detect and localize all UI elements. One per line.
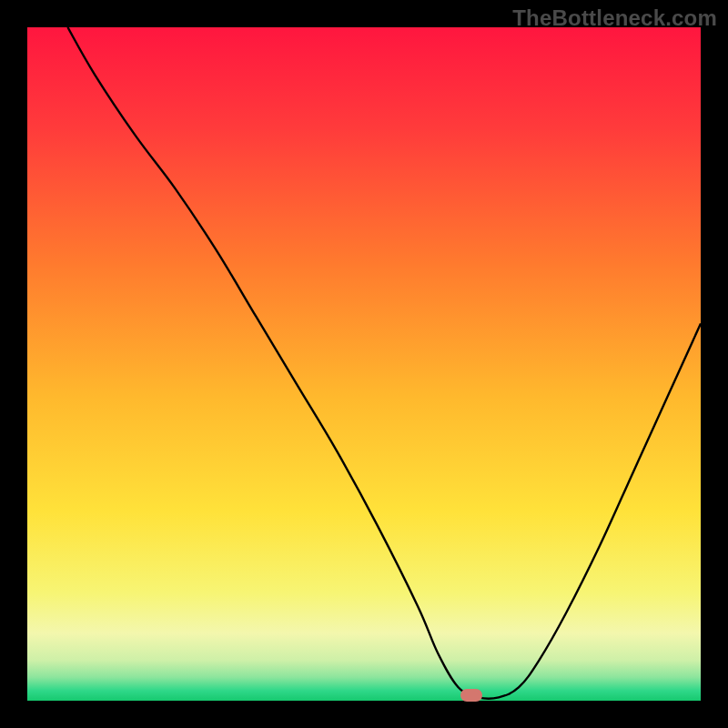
- plot-area: [27, 27, 701, 701]
- curve-layer: [27, 27, 701, 701]
- chart-frame: TheBottleneck.com: [0, 0, 728, 728]
- bottleneck-curve: [67, 27, 701, 699]
- optimal-marker: [460, 689, 482, 702]
